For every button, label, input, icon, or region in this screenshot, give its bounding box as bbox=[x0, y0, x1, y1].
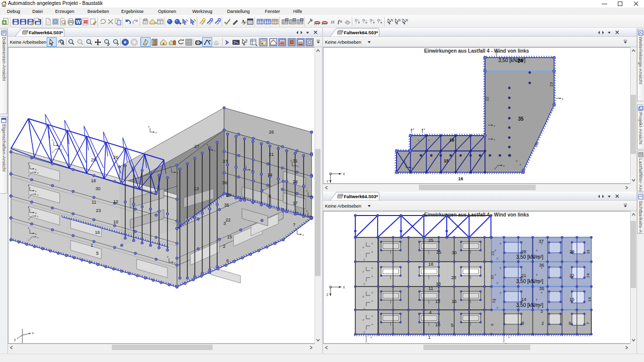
svg-text:x: x bbox=[372, 291, 373, 294]
svg-text:x: x bbox=[314, 195, 315, 198]
svg-text:15: 15 bbox=[227, 234, 232, 239]
svg-text:12: 12 bbox=[485, 96, 489, 101]
svg-text:x: x bbox=[372, 299, 373, 302]
svg-text:5: 5 bbox=[96, 251, 98, 256]
svg-text:16: 16 bbox=[458, 176, 463, 181]
svg-text:W: W bbox=[76, 19, 81, 25]
svg-text:y: y bbox=[364, 258, 365, 261]
svg-text:y: y bbox=[28, 196, 30, 199]
svg-text:y: y bbox=[538, 281, 540, 284]
svg-text:y: y bbox=[497, 281, 498, 284]
svg-text:18: 18 bbox=[449, 138, 454, 143]
svg-text:y: y bbox=[494, 167, 496, 170]
svg-text:Z: Z bbox=[326, 293, 329, 296]
svg-text:24: 24 bbox=[293, 179, 298, 184]
svg-text:x: x bbox=[372, 275, 373, 278]
svg-text:x: x bbox=[37, 193, 39, 196]
svg-text:6: 6 bbox=[226, 258, 229, 263]
svg-text:37: 37 bbox=[223, 159, 228, 164]
svg-text:z: z bbox=[28, 162, 29, 165]
svg-text:z: z bbox=[306, 210, 308, 213]
svg-text:x: x bbox=[500, 266, 501, 269]
svg-text:31: 31 bbox=[293, 158, 298, 163]
svg-text:11: 11 bbox=[428, 286, 433, 291]
svg-text:x: x bbox=[37, 236, 39, 239]
svg-text:y: y bbox=[28, 174, 30, 177]
svg-text:x: x bbox=[372, 242, 373, 245]
svg-text:27: 27 bbox=[194, 144, 199, 149]
svg-text:16: 16 bbox=[95, 230, 100, 235]
svg-text:z: z bbox=[494, 124, 495, 127]
svg-text:22: 22 bbox=[226, 217, 231, 222]
svg-text:z: z bbox=[413, 128, 414, 131]
svg-text:7: 7 bbox=[586, 322, 590, 324]
svg-text:x: x bbox=[177, 171, 178, 174]
svg-text:1: 1 bbox=[428, 335, 430, 340]
svg-text:21: 21 bbox=[269, 152, 274, 157]
svg-text:z: z bbox=[363, 270, 364, 273]
svg-text:14: 14 bbox=[267, 172, 272, 177]
svg-text:21: 21 bbox=[521, 273, 526, 278]
svg-text:x: x bbox=[303, 233, 304, 236]
svg-text:z: z bbox=[295, 227, 297, 230]
svg-text:x: x bbox=[298, 165, 299, 168]
svg-text:24: 24 bbox=[517, 58, 523, 64]
svg-text:22: 22 bbox=[569, 273, 574, 278]
svg-text:y: y bbox=[364, 282, 365, 285]
svg-text:z: z bbox=[368, 342, 369, 344]
svg-text:3: 3 bbox=[540, 309, 543, 314]
svg-text:z: z bbox=[28, 206, 29, 209]
svg-text:x: x bbox=[520, 163, 521, 166]
svg-text:9: 9 bbox=[490, 323, 494, 326]
svg-text:x: x bbox=[372, 266, 373, 269]
svg-text:18: 18 bbox=[428, 262, 433, 267]
svg-text:f×: f× bbox=[338, 19, 342, 24]
svg-text:x: x bbox=[541, 242, 543, 245]
svg-text:x: x bbox=[411, 166, 413, 169]
svg-text:35: 35 bbox=[224, 203, 229, 208]
svg-text:z: z bbox=[494, 138, 495, 141]
svg-text:25: 25 bbox=[91, 157, 96, 162]
svg-text:z: z bbox=[169, 165, 171, 168]
svg-text:X: X bbox=[343, 286, 345, 289]
svg-text:z: z bbox=[495, 249, 496, 252]
svg-text:N: N bbox=[398, 18, 401, 22]
svg-text:25: 25 bbox=[436, 250, 441, 255]
svg-text:6: 6 bbox=[568, 321, 571, 326]
svg-text:2: 2 bbox=[223, 244, 225, 249]
svg-text:Y: Y bbox=[326, 180, 329, 183]
svg-text:y: y bbox=[364, 330, 365, 333]
svg-text:x: x bbox=[35, 190, 37, 193]
svg-text:1: 1 bbox=[90, 243, 93, 248]
svg-text:z: z bbox=[28, 226, 29, 229]
svg-text:Einwirkungen aus Lastfall 4 -: Einwirkungen aus Lastfall 4 - Wind von l… bbox=[424, 48, 529, 54]
svg-text:x: x bbox=[156, 131, 157, 134]
svg-text:13: 13 bbox=[194, 186, 199, 191]
svg-text:z: z bbox=[495, 273, 496, 276]
svg-text:zz: zz bbox=[330, 19, 335, 24]
svg-text:3: 3 bbox=[223, 221, 226, 226]
svg-text:y: y bbox=[538, 257, 540, 260]
svg-text:z: z bbox=[505, 342, 507, 344]
svg-text:x: x bbox=[541, 266, 543, 269]
svg-text:x: x bbox=[428, 139, 430, 142]
svg-text:z: z bbox=[495, 298, 496, 301]
svg-text:28: 28 bbox=[451, 275, 456, 280]
svg-text:y: y bbox=[538, 306, 540, 309]
svg-text:z: z bbox=[516, 159, 518, 162]
svg-text:z: z bbox=[424, 128, 425, 131]
svg-text:x: x bbox=[372, 250, 373, 253]
svg-text:x: x bbox=[314, 216, 315, 218]
svg-text:N: N bbox=[405, 18, 408, 22]
svg-text:33: 33 bbox=[436, 282, 441, 287]
svg-text:y: y bbox=[497, 257, 498, 260]
svg-text:z: z bbox=[167, 255, 168, 258]
svg-text:7: 7 bbox=[293, 222, 295, 227]
svg-text:z: z bbox=[290, 159, 292, 162]
svg-text:y: y bbox=[497, 306, 498, 309]
svg-text:x: x bbox=[61, 148, 63, 151]
svg-text:y: y bbox=[14, 338, 16, 342]
svg-text:Faltwerk64.S03*: Faltwerk64.S03* bbox=[344, 194, 378, 199]
svg-text:y: y bbox=[28, 238, 30, 241]
svg-text:z: z bbox=[536, 298, 538, 301]
